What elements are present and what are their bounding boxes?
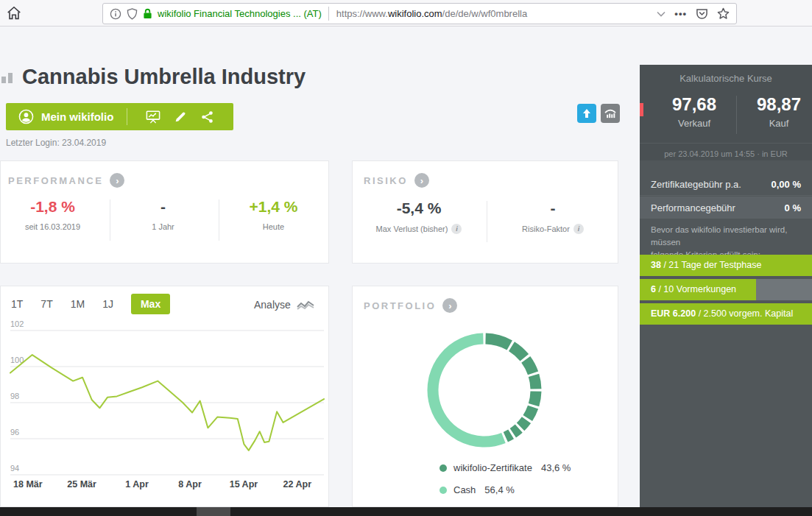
home-icon[interactable] [6, 5, 22, 21]
svg-text:8 Apr: 8 Apr [178, 479, 202, 490]
criterion-rest: / 2.500 vorgem. Kapital [696, 308, 793, 319]
push-up-button[interactable] [577, 104, 596, 123]
legend-item-cash: Cash 56,4 % [439, 484, 515, 495]
url-scheme: https://www. [336, 8, 388, 19]
last-login: Letzter Login: 23.04.2019 [6, 138, 106, 148]
urlbar-divider [328, 7, 329, 21]
svg-text:15 Apr: 15 Apr [230, 479, 258, 490]
buy-value: 98,87 [738, 94, 812, 115]
info-icon[interactable]: i [573, 224, 584, 234]
exchange-button[interactable] [601, 104, 620, 123]
button-divider [127, 108, 127, 125]
performance-stat-1year: - 1 Jahr [117, 198, 209, 231]
page-title: Cannabis Umbrella Industry [22, 65, 306, 89]
risiko-stat-label-text: Risiko-Faktor [522, 225, 570, 233]
taskbar-strip [0, 507, 812, 516]
performance-stat-today: +1,4 % Heute [227, 198, 319, 231]
stat-divider [110, 199, 110, 241]
identity-country: (AT) [304, 8, 322, 19]
criterion-bold: 6 [651, 284, 656, 294]
svg-text:94: 94 [10, 464, 19, 473]
risiko-stat-value: - [494, 199, 612, 217]
stat-divider [219, 199, 219, 241]
stat-divider [487, 201, 487, 242]
svg-text:102: 102 [10, 319, 24, 328]
url-text: https://www.wikifolio.com/de/de/w/wf0mbr… [336, 8, 657, 19]
presentation-chart-icon[interactable] [146, 110, 160, 124]
legend-item-zertifikate: wikifolio-Zertifikate 43,6 % [439, 462, 571, 473]
chevron-down-icon[interactable] [657, 11, 666, 17]
info-icon[interactable] [110, 8, 121, 20]
wikifolio-type-icon [1, 73, 13, 83]
url-path: /de/de/w/wf0mbrella [442, 8, 528, 19]
kurse-panel: Kalkulatorische Kurse 97,68 Verkauf 98,8… [640, 65, 812, 160]
sell-label: Verkauf [654, 118, 735, 129]
fee-label: Performancegebühr [651, 202, 735, 213]
kurse-title: Kalkulatorische Kurse [640, 65, 812, 84]
lock-icon[interactable] [143, 8, 152, 19]
criterion-rest: / 21 Tage der Testphase [661, 260, 761, 270]
performance-section-title: PERFORMANCE [8, 175, 103, 186]
shield-icon[interactable] [127, 8, 138, 20]
identity-org: wikifolio Financial Technologies ... [158, 8, 301, 19]
performance-stat-label: Heute [227, 222, 319, 231]
performance-stat-value: -1,8 % [7, 198, 99, 216]
bookmark-star-icon[interactable] [717, 7, 730, 20]
criterion-rest: / 10 Vormerkungen [656, 284, 736, 294]
pocket-icon[interactable] [696, 8, 708, 20]
risiko-chevron-icon[interactable]: › [414, 173, 429, 188]
arrow-up-icon [582, 108, 592, 119]
svg-text:96: 96 [10, 428, 19, 437]
url-domain: wikifolio.com [388, 8, 442, 19]
legend-label: Cash [453, 484, 476, 495]
sell-value: 97,68 [654, 94, 735, 115]
fee-row-performance: Performancegebühr 0 % [640, 197, 812, 219]
taskbar-segment [197, 507, 230, 516]
portfolio-section-title: PORTFOLIO [364, 300, 436, 311]
url-bar[interactable]: wikifolio Financial Technologies ... (AT… [102, 3, 737, 24]
criterion-vormerkungen: 6 / 10 Vormerkungen [640, 279, 812, 300]
legend-label: wikifolio-Zertifikate [453, 462, 532, 473]
legend-dot-light [439, 487, 447, 494]
sell-quote: 97,68 Verkauf [654, 94, 735, 129]
svg-text:25 Mär: 25 Mär [67, 479, 96, 490]
fee-label: Zertifikategebühr p.a. [651, 179, 741, 190]
performance-stat-since: -1,8 % seit 16.03.2019 [7, 198, 99, 231]
buy-quote: 98,87 Kauf [738, 94, 812, 129]
portfolio-chevron-icon[interactable]: › [442, 298, 457, 313]
performance-stat-value: +1,4 % [227, 198, 319, 216]
risiko-stat-factor: - Risiko-Faktori [494, 199, 612, 234]
risiko-card: RISIKO › -5,4 % Max Verlust (bisher)i - … [352, 160, 618, 264]
criterion-bold: 38 [651, 260, 661, 270]
fee-value: 0,00 % [772, 179, 801, 190]
risiko-stat-label-text: Max Verlust (bisher) [376, 225, 448, 233]
legend-dot-dark [439, 464, 447, 472]
fee-value: 0 % [785, 202, 801, 213]
page-actions-icon[interactable]: ••• [674, 8, 687, 19]
portfolio-donut-chart [352, 317, 618, 468]
risiko-stat-label: Max Verlust (bisher)i [360, 224, 478, 234]
user-icon [18, 109, 34, 124]
risiko-stat-value: -5,4 % [360, 199, 478, 217]
browser-toolbar: wikifolio Financial Technologies ... (AT… [0, 0, 812, 26]
mein-wikifolio-button[interactable]: Mein wikifolio [6, 103, 233, 130]
performance-chevron-icon[interactable]: › [110, 173, 124, 188]
performance-stat-value: - [117, 198, 209, 216]
svg-text:18 Mär: 18 Mär [13, 479, 43, 490]
risiko-stat-label: Risiko-Faktori [494, 224, 612, 234]
quote-timestamp: per 23.04.2019 um 14:55 · in EUR [640, 143, 812, 158]
buy-label: Kauf [738, 118, 812, 129]
share-icon[interactable] [200, 110, 214, 124]
quote-divider [736, 96, 737, 134]
edit-pencil-icon[interactable] [174, 110, 187, 124]
info-icon[interactable]: i [451, 224, 462, 234]
criterion-testphase: 38 / 21 Tage der Testphase [640, 255, 812, 276]
fee-row-certificate: Zertifikategebühr p.a. 0,00 % [640, 174, 812, 196]
criterion-bold: EUR 6.200 [651, 308, 696, 319]
risiko-stat-maxloss: -5,4 % Max Verlust (bisher)i [360, 199, 478, 234]
criteria-note-line1: Bevor das wikifolio investierbar wird, m… [651, 224, 802, 249]
site-identity[interactable]: wikifolio Financial Technologies ... (AT… [158, 8, 322, 19]
svg-text:98: 98 [10, 392, 19, 400]
legend-value: 43,6 % [541, 462, 571, 473]
invest-sidebar: Kalkulatorische Kurse 97,68 Verkauf 98,8… [640, 65, 812, 507]
